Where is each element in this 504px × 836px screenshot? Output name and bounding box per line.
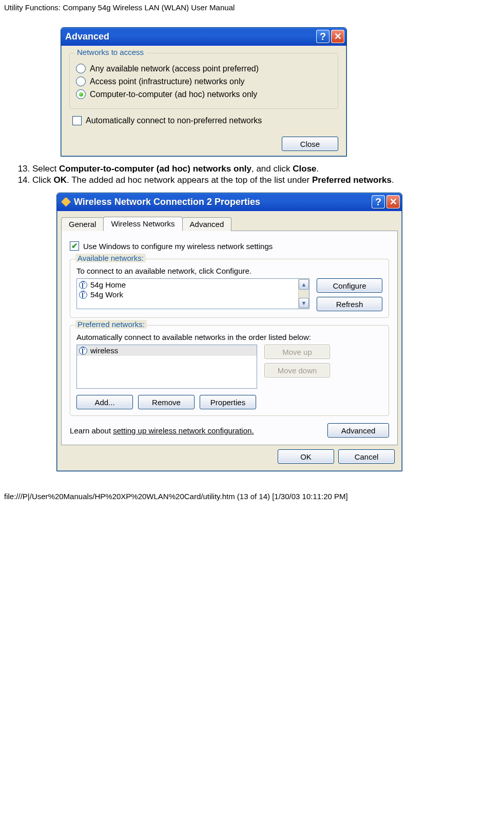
move-down-button[interactable]: Move down <box>264 363 330 377</box>
tab-wireless-networks[interactable]: Wireless Networks <box>103 217 182 231</box>
tab-strip: General Wireless Networks Advanced <box>57 211 402 231</box>
radio-label: Computer-to-computer (ad hoc) networks o… <box>90 90 257 99</box>
networks-access-group: Networks to access Any available network… <box>69 53 338 109</box>
radio-icon <box>76 89 86 99</box>
window-title: Wireless Network Connection 2 Properties <box>74 197 372 207</box>
available-networks-list[interactable]: 54g Home 54g Work ▲ ▼ <box>76 278 309 309</box>
wireless-icon <box>79 281 87 289</box>
cancel-button[interactable]: Cancel <box>338 449 395 464</box>
network-name: 54g Work <box>90 290 123 299</box>
step-14: Click OK. The added ad hoc network appea… <box>32 175 500 185</box>
radio-any-network[interactable]: Any available network (access point pref… <box>76 64 332 73</box>
learn-link[interactable]: setting up wireless network configuratio… <box>113 426 254 435</box>
group-legend: Preferred networks: <box>75 320 147 329</box>
close-button[interactable]: Close <box>282 137 338 151</box>
help-icon[interactable]: ? <box>372 195 385 208</box>
list-item[interactable]: wireless <box>77 345 257 356</box>
list-item[interactable]: 54g Work <box>78 290 297 299</box>
move-up-button[interactable]: Move up <box>264 345 330 359</box>
add-button[interactable]: Add... <box>76 395 133 409</box>
remove-button[interactable]: Remove <box>138 395 195 409</box>
preferred-networks-group: Preferred networks: Automatically connec… <box>70 325 389 416</box>
wireless-icon <box>79 291 87 299</box>
configure-button[interactable]: Configure <box>317 278 382 293</box>
help-icon[interactable]: ? <box>316 30 329 43</box>
radio-icon <box>76 77 86 86</box>
scroll-down-icon[interactable]: ▼ <box>299 298 309 308</box>
group-legend: Networks to access <box>75 48 146 56</box>
ok-button[interactable]: OK <box>278 449 334 464</box>
refresh-button[interactable]: Refresh <box>317 297 382 311</box>
network-name: wireless <box>90 346 118 355</box>
wireless-icon <box>79 347 87 355</box>
radio-infrastructure-only[interactable]: Access point (infrastructure) networks o… <box>76 77 332 86</box>
group-legend: Available networks: <box>75 254 146 262</box>
close-icon[interactable]: ✕ <box>331 30 344 43</box>
radio-label: Any available network (access point pref… <box>90 64 259 73</box>
preferred-networks-list[interactable]: wireless <box>76 345 257 389</box>
wireless-tab-panel: ✔ Use Windows to configure my wireless n… <box>61 231 398 445</box>
checkbox-icon <box>72 116 82 125</box>
radio-icon <box>76 64 86 73</box>
page-footer: file:///P|/User%20Manuals/HP%20XP%20WLAN… <box>4 492 500 501</box>
available-hint: To connect to an available network, clic… <box>76 267 382 275</box>
use-windows-checkbox[interactable]: ✔ Use Windows to configure my wireless n… <box>70 241 389 251</box>
advanced-dialog: Advanced ? ✕ Networks to access Any avai… <box>61 27 347 157</box>
window-icon <box>61 197 71 207</box>
step-13: Select Computer-to-computer (ad hoc) net… <box>32 164 500 174</box>
instruction-steps: Select Computer-to-computer (ad hoc) net… <box>32 164 500 185</box>
list-item[interactable]: 54g Home <box>78 280 297 290</box>
properties-dialog: Wireless Network Connection 2 Properties… <box>56 193 402 471</box>
tab-advanced[interactable]: Advanced <box>182 217 232 231</box>
scrollbar[interactable]: ▲ ▼ <box>298 279 309 309</box>
checkbox-label: Automatically connect to non-preferred n… <box>86 116 262 125</box>
window-title: Advanced <box>65 31 316 42</box>
preferred-hint: Automatically connect to available netwo… <box>76 333 382 341</box>
radio-adhoc-only[interactable]: Computer-to-computer (ad hoc) networks o… <box>76 89 332 99</box>
radio-label: Access point (infrastructure) networks o… <box>90 77 244 86</box>
page-header: Utility Functions: Company 54g Wireless … <box>4 3 500 12</box>
titlebar[interactable]: Advanced ? ✕ <box>61 28 346 46</box>
available-networks-group: Available networks: To connect to an ava… <box>70 259 389 318</box>
auto-connect-checkbox[interactable]: Automatically connect to non-preferred n… <box>72 116 338 125</box>
close-icon[interactable]: ✕ <box>386 195 400 208</box>
checkbox-label: Use Windows to configure my wireless net… <box>83 242 273 251</box>
network-name: 54g Home <box>90 280 126 289</box>
titlebar[interactable]: Wireless Network Connection 2 Properties… <box>57 193 402 211</box>
scroll-up-icon[interactable]: ▲ <box>299 279 309 290</box>
properties-button[interactable]: Properties <box>200 395 256 409</box>
learn-text: Learn about setting up wireless network … <box>70 426 320 435</box>
tab-general[interactable]: General <box>61 217 104 231</box>
advanced-button[interactable]: Advanced <box>327 423 389 438</box>
checkbox-icon: ✔ <box>70 241 79 251</box>
